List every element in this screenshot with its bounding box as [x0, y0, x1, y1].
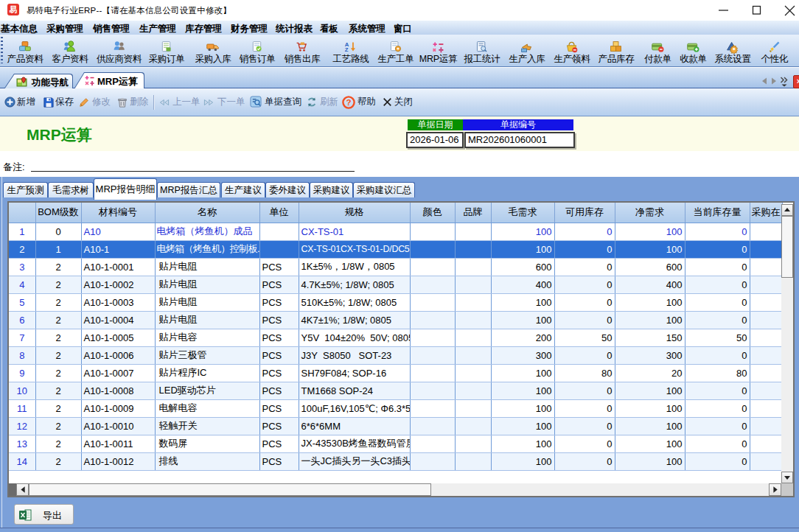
svg-text:?: ? — [346, 98, 351, 107]
